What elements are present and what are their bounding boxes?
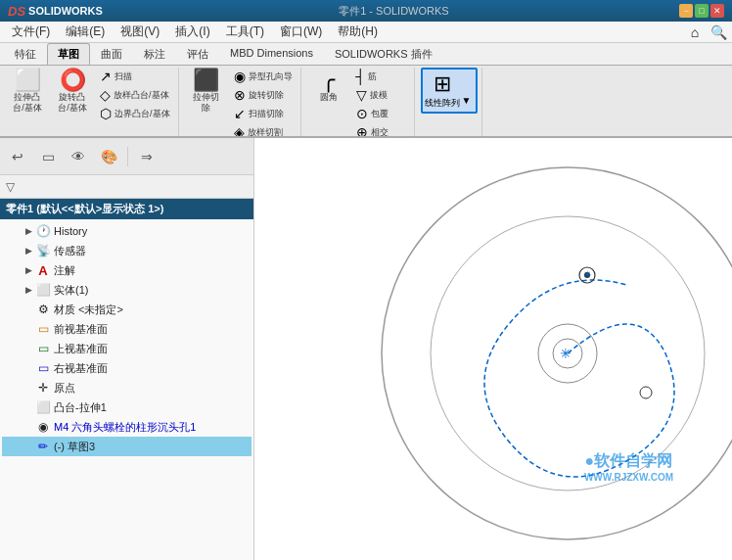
menu-help[interactable]: 帮助(H) <box>330 22 386 42</box>
tree-expander-empty <box>22 322 35 336</box>
btn-boundary-boss[interactable]: ⬡ 边界凸台/基体 <box>96 105 174 122</box>
menu-tools[interactable]: 工具(T) <box>218 22 272 42</box>
intersect-icon: ⊕ <box>356 124 368 136</box>
window-title: 零件1 - SOLIDWORKS <box>109 4 679 19</box>
canvas-svg: ✳ ✳ <box>254 138 732 560</box>
rib-icon: ┤ <box>356 69 366 84</box>
tree-item-history[interactable]: ▶ 🕐 History <box>2 221 252 241</box>
cmd-view[interactable]: 👁 <box>65 143 92 170</box>
cmd-select[interactable]: ▭ <box>34 143 62 170</box>
cmd-expand[interactable]: ⇒ <box>133 143 160 170</box>
btn-extrude-cut[interactable]: ⬛ 拉伸切除 <box>185 68 228 116</box>
tab-feature[interactable]: 特征 <box>4 43 47 65</box>
filter-icon: ▽ <box>6 180 15 194</box>
tab-surface[interactable]: 曲面 <box>90 43 133 65</box>
loft-cut-icon: ◈ <box>234 124 245 136</box>
menu-window[interactable]: 窗口(W) <box>272 22 330 42</box>
svg-text:✳: ✳ <box>560 346 572 361</box>
tree-item-sensors[interactable]: ▶ 📡 传感器 <box>2 241 252 260</box>
tree-expander[interactable]: ▶ <box>22 263 35 277</box>
draft-icon: ▽ <box>356 87 367 103</box>
tree-item-material[interactable]: ⚙ 材质 <未指定> <box>2 300 252 319</box>
tree-expander[interactable]: ▶ <box>22 244 35 257</box>
tab-sketch[interactable]: 草图 <box>47 43 90 65</box>
tab-markup[interactable]: 标注 <box>133 43 176 65</box>
menu-edit[interactable]: 编辑(E) <box>58 22 113 42</box>
sensor-icon: 📡 <box>35 243 51 258</box>
revolve-boss-icon: ⭕ <box>60 70 86 91</box>
tree-label-sensors: 传感器 <box>54 244 86 258</box>
menu-view[interactable]: 视图(V) <box>113 22 167 42</box>
menu-insert[interactable]: 插入(I) <box>167 22 217 42</box>
btn-hole-wizard[interactable]: ◉ 异型孔向导 <box>230 68 297 85</box>
tab-mbd[interactable]: MBD Dimensions <box>219 43 324 65</box>
tree-item-boss-extrude1[interactable]: ⬜ 凸台-拉伸1 <box>2 397 252 417</box>
boss-extrude-icon: ⬜ <box>35 399 51 415</box>
minimize-button[interactable]: － <box>679 4 693 18</box>
btn-revolve-cut[interactable]: ⊗ 旋转切除 <box>230 86 297 104</box>
origin-icon: ✛ <box>35 380 51 396</box>
solid-body-icon: ⬜ <box>35 282 51 298</box>
btn-wrap[interactable]: ⊙ 包覆 <box>352 105 410 122</box>
extrude-cut-icon: ⬛ <box>193 70 219 91</box>
tree-item-right-plane[interactable]: ▭ 右视基准面 <box>2 358 252 378</box>
tab-evaluate[interactable]: 评估 <box>176 43 219 65</box>
material-icon: ⚙ <box>35 302 51 317</box>
feature-tree: ▶ 🕐 History ▶ 📡 传感器 ▶ A 注解 ▶ ⬜ 实体(1) <box>0 219 253 560</box>
tree-label-boss-extrude1: 凸台-拉伸1 <box>54 400 107 415</box>
btn-intersect[interactable]: ⊕ 相交 <box>352 123 410 136</box>
tree-item-annotations[interactable]: ▶ A 注解 <box>2 260 252 280</box>
tree-item-origin[interactable]: ✛ 原点 <box>2 378 252 397</box>
sketch-icon: ✏ <box>35 439 51 454</box>
btn-loft-cut[interactable]: ◈ 放样切割 <box>230 123 297 136</box>
revolve-cut-icon: ⊗ <box>234 87 246 103</box>
tree-expander-empty <box>22 381 35 395</box>
menu-file[interactable]: 文件(F) <box>4 22 58 42</box>
cmd-arrow[interactable]: ↩ <box>4 143 31 170</box>
annotation-icon: A <box>35 262 51 278</box>
cmd-divider <box>127 147 128 166</box>
window-controls: － □ ✕ <box>679 4 724 18</box>
toolbar-icon-search[interactable]: 🔍 <box>709 23 728 42</box>
tree-item-solid-bodies[interactable]: ▶ ⬜ 实体(1) <box>2 280 252 300</box>
tree-expander-empty <box>22 342 35 355</box>
tree-expander[interactable]: ▶ <box>22 224 35 238</box>
tree-item-front-plane[interactable]: ▭ 前视基准面 <box>2 319 252 339</box>
pattern-linear-icon: ⊞ <box>434 71 451 97</box>
ribbon-toolbar: ⬜ 拉伸凸台/基体 ⭕ 旋转凸台/基体 ↗ 扫描 ◇ 放样凸台/基体 <box>0 66 732 138</box>
tree-item-hole1[interactable]: ◉ M4 六角头螺栓的柱形沉头孔1 <box>2 417 252 437</box>
btn-loft[interactable]: ◇ 放样凸台/基体 <box>96 86 174 104</box>
left-panel: ↩ ▭ 👁 🎨 ⇒ ▽ 零件1 (默认<<默认>显示状态 1>) ▶ 🕐 His… <box>0 138 254 560</box>
pattern-linear-label: 线性阵列 <box>425 97 460 110</box>
front-plane-icon: ▭ <box>35 321 51 337</box>
btn-rib[interactable]: ┤ 筋 <box>352 68 410 85</box>
cmd-color[interactable]: 🎨 <box>95 143 122 170</box>
ribbon-tabs: 特征 草图 曲面 标注 评估 MBD Dimensions SOLIDWORKS… <box>0 43 732 66</box>
tree-label-origin: 原点 <box>54 381 75 396</box>
btn-sweep-cut[interactable]: ↙ 扫描切除 <box>230 105 297 122</box>
tree-expander-empty <box>22 440 35 453</box>
sweep-icon: ↗ <box>100 69 112 84</box>
tree-expander-empty <box>22 420 35 434</box>
btn-fillet[interactable]: ╭ 圆角 <box>307 68 350 105</box>
btn-draft[interactable]: ▽ 拔模 <box>352 86 410 104</box>
tab-plugins[interactable]: SOLIDWORKS 插件 <box>324 43 443 65</box>
tree-expander[interactable]: ▶ <box>22 283 35 297</box>
btn-sweep[interactable]: ↗ 扫描 <box>96 68 174 85</box>
tree-item-sketch3[interactable]: ✏ (-) 草图3 <box>2 437 252 456</box>
ribbon-group-fillet: ╭ 圆角 ┤ 筋 ▽ 拔模 ⊙ 包覆 <box>303 68 415 136</box>
btn-revolve-boss[interactable]: ⭕ 旋转凸台/基体 <box>51 68 94 116</box>
btn-pattern-linear[interactable]: ⊞ 线性阵列 ▼ <box>421 68 478 114</box>
boundary-boss-icon: ⬡ <box>100 106 112 121</box>
maximize-button[interactable]: □ <box>695 4 709 18</box>
btn-extrude-boss[interactable]: ⬜ 拉伸凸台/基体 <box>6 68 49 116</box>
toolbar-icon-home[interactable]: ⌂ <box>685 23 705 42</box>
tree-header[interactable]: 零件1 (默认<<默认>显示状态 1>) <box>0 199 253 219</box>
wrap-icon: ⊙ <box>356 106 368 121</box>
pattern-dropdown-arrow[interactable]: ▼ <box>460 76 474 106</box>
main-area: ↩ ▭ 👁 🎨 ⇒ ▽ 零件1 (默认<<默认>显示状态 1>) ▶ 🕐 His… <box>0 138 732 560</box>
close-button[interactable]: ✕ <box>710 4 724 18</box>
tree-item-top-plane[interactable]: ▭ 上视基准面 <box>2 339 252 358</box>
hole-wizard-icon: ◉ <box>234 69 246 84</box>
tree-expander-empty <box>22 361 35 375</box>
